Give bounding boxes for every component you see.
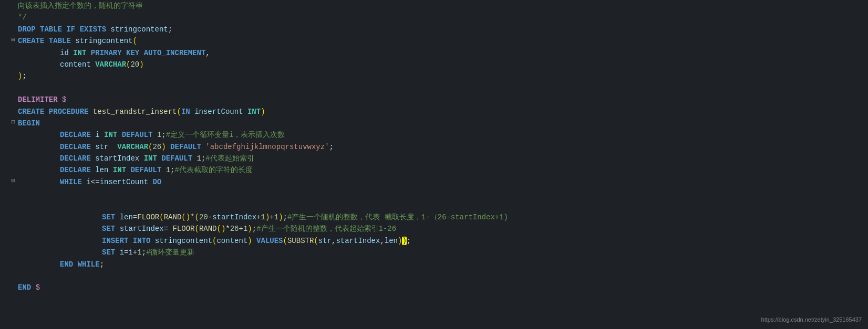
- fold-gutter-4[interactable]: ⊟: [9, 35, 17, 45]
- code-line-23: END WHILE;: [18, 259, 868, 270]
- code-line-22: SET i=i+1;#循环变量更新: [18, 247, 868, 258]
- code-line-9: DELIMITER $: [18, 94, 868, 105]
- line-16: ⊟ WHILE i<=insertCount DO: [9, 176, 868, 188]
- code-line-13: DECLARE str VARCHAR(26) DEFAULT 'abcdefg…: [18, 141, 868, 153]
- code-line-25: END $: [18, 282, 868, 293]
- line-4: ⊟ CREATE TABLE stringcontent(: [9, 35, 868, 47]
- line-5: id INT PRIMARY KEY AUTO_INCREMENT,: [9, 47, 868, 59]
- line-19: SET len=FLOOR(RAND()*(20-startIndex+1)+1…: [9, 211, 868, 223]
- line-9: DELIMITER $: [9, 94, 868, 105]
- line-1: 向该表插入指定个数的，随机的字符串: [9, 0, 868, 12]
- code-line-7: );: [18, 70, 868, 82]
- line-12: DECLARE i INT DEFAULT 1;#定义一个循环变量i，表示插入次…: [9, 129, 868, 141]
- line-20: SET startIndex= FLOOR(RAND()*26+1);#产生一个…: [9, 223, 868, 235]
- fold-gutter-16[interactable]: ⊟: [9, 176, 17, 186]
- line-13: DECLARE str VARCHAR(26) DEFAULT 'abcdefg…: [9, 141, 868, 153]
- code-line-10: CREATE PROCEDURE test_randstr_insert(IN …: [18, 106, 868, 118]
- code-line-2: */: [18, 12, 868, 23]
- line-7: );: [9, 70, 868, 82]
- code-line-19: SET len=FLOOR(RAND()*(20-startIndex+1)+1…: [18, 211, 868, 223]
- line-25: END $: [9, 282, 868, 293]
- code-line-4: CREATE TABLE stringcontent(: [18, 35, 868, 47]
- watermark: https://blog.csdn.net/zetyin_325165437: [761, 315, 862, 325]
- code-line-1: 向该表插入指定个数的，随机的字符串: [18, 0, 868, 12]
- code-line-3: DROP TABLE IF EXISTS stringcontent;: [18, 24, 868, 35]
- code-line-11: BEGIN: [18, 118, 868, 129]
- line-24: [9, 270, 868, 282]
- line-17: [9, 188, 868, 199]
- line-2: */: [9, 12, 868, 23]
- code-line-17: [18, 188, 868, 199]
- code-line-18: [18, 200, 868, 211]
- line-6: content VARCHAR(20): [9, 59, 868, 70]
- line-18: [9, 200, 868, 211]
- code-line-12: DECLARE i INT DEFAULT 1;#定义一个循环变量i，表示插入次…: [18, 129, 868, 141]
- code-line-6: content VARCHAR(20): [18, 59, 868, 70]
- code-line-20: SET startIndex= FLOOR(RAND()*26+1);#产生一个…: [18, 223, 868, 235]
- line-8: [9, 82, 868, 94]
- line-23: END WHILE;: [9, 259, 868, 270]
- code-line-5: id INT PRIMARY KEY AUTO_INCREMENT,: [18, 47, 868, 59]
- line-11: ⊟ BEGIN: [9, 118, 868, 129]
- line-15: DECLARE len INT DEFAULT 1;#代表截取的字符的长度: [9, 164, 868, 176]
- code-line-21: INSERT INTO stringcontent(content) VALUE…: [18, 235, 868, 247]
- line-10: CREATE PROCEDURE test_randstr_insert(IN …: [9, 106, 868, 118]
- code-line-15: DECLARE len INT DEFAULT 1;#代表截取的字符的长度: [18, 164, 868, 176]
- code-line-16: WHILE i<=insertCount DO: [18, 176, 868, 188]
- line-21: INSERT INTO stringcontent(content) VALUE…: [9, 235, 868, 247]
- fold-gutter-11[interactable]: ⊟: [9, 118, 17, 128]
- code-line-8: [18, 82, 868, 94]
- code-line-14: DECLARE startIndex INT DEFAULT 1;#代表起始索引: [18, 153, 868, 164]
- line-22: SET i=i+1;#循环变量更新: [9, 247, 868, 258]
- line-14: DECLARE startIndex INT DEFAULT 1;#代表起始索引: [9, 153, 868, 164]
- code-editor: 向该表插入指定个数的，随机的字符串 */ DROP TABLE IF EXIST…: [0, 0, 868, 329]
- code-line-24: [18, 270, 868, 282]
- line-3: DROP TABLE IF EXISTS stringcontent;: [9, 24, 868, 35]
